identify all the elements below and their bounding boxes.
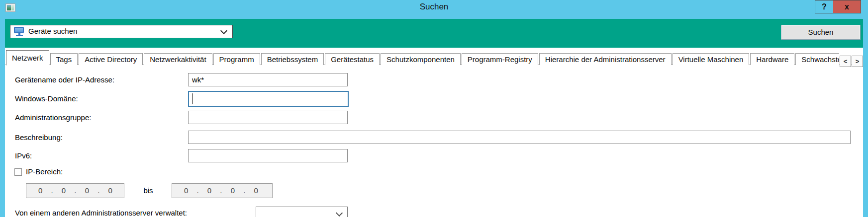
monitor-icon — [14, 27, 25, 36]
ip-range-label: IP-Bereich: — [26, 167, 63, 176]
tab-strip: Netzwerk Tags Active Directory Netzwerka… — [5, 50, 863, 66]
device-name-input[interactable] — [188, 73, 348, 86]
tab-hardware[interactable]: Hardware — [750, 53, 794, 65]
search-dialog-window: Suchen ? x Geräte suchen Suchen Netzwerk… — [0, 0, 868, 217]
tabs-row: Netzwerk Tags Active Directory Netzwerka… — [6, 50, 839, 66]
tab-hierarchie-administrationsserver[interactable]: Hierarchie der Administrationsserver — [539, 53, 672, 65]
windows-domain-label: Windows-Domäne: — [15, 91, 78, 107]
tab-virtuelle-maschinen[interactable]: Virtuelle Maschinen — [673, 53, 750, 65]
tab-schwachstellen-updates[interactable]: Schwachstellen und Updates — [795, 53, 839, 65]
ip-range-separator-label: bis — [133, 183, 163, 198]
window-title: Suchen — [0, 2, 868, 12]
ip-range-from-input[interactable]: 0 . 0 . 0 . 0 — [26, 183, 124, 198]
device-name-label: Gerätename oder IP-Adresse: — [15, 73, 114, 86]
tab-geraetestatus[interactable]: Gerätestatus — [325, 53, 380, 65]
text-caret — [193, 93, 193, 104]
tab-content-area: Netzwerk Tags Active Directory Netzwerka… — [5, 48, 863, 217]
chevron-down-icon — [336, 210, 343, 217]
chevron-down-icon — [220, 27, 227, 34]
admin-group-input[interactable] — [188, 111, 348, 124]
admin-group-label: Administrationsgruppe: — [15, 111, 91, 124]
description-input[interactable] — [188, 131, 851, 144]
help-button[interactable]: ? — [815, 0, 834, 13]
ipv6-input[interactable] — [188, 149, 348, 162]
ip-range-checkbox[interactable] — [14, 168, 22, 176]
search-button[interactable]: Suchen — [781, 25, 861, 40]
search-type-dropdown[interactable]: Geräte suchen — [10, 25, 233, 38]
tab-scroll-left-button[interactable]: < — [840, 56, 851, 67]
tab-betriebssystem[interactable]: Betriebssystem — [261, 53, 324, 65]
search-type-value: Geräte suchen — [28, 27, 77, 35]
tab-programm-registry[interactable]: Programm-Registry — [462, 53, 538, 65]
tab-schutzkomponenten[interactable]: Schutzkomponenten — [381, 53, 461, 65]
tab-active-directory[interactable]: Active Directory — [79, 53, 143, 65]
description-label: Beschreibung: — [15, 131, 63, 144]
tab-scroll-right-button[interactable]: > — [852, 56, 863, 67]
search-toolbar: Geräte suchen Suchen — [5, 19, 863, 48]
ip-range-to-input[interactable]: 0 . 0 . 0 . 0 — [172, 183, 273, 198]
tab-netzwerkaktivitaet[interactable]: Netzwerkaktivität — [144, 53, 212, 65]
managed-by-other-server-label: Von einem anderen Administrationsserver … — [15, 207, 187, 217]
titlebar: Suchen ? x — [0, 0, 868, 15]
tab-netzwerk[interactable]: Netzwerk — [6, 50, 49, 66]
ipv6-label: IPv6: — [15, 149, 32, 162]
close-button[interactable]: x — [833, 0, 861, 13]
tab-programm[interactable]: Programm — [213, 53, 260, 65]
windows-domain-input[interactable] — [188, 91, 349, 107]
managed-by-other-server-dropdown[interactable] — [256, 207, 348, 217]
tab-tags[interactable]: Tags — [50, 53, 78, 65]
